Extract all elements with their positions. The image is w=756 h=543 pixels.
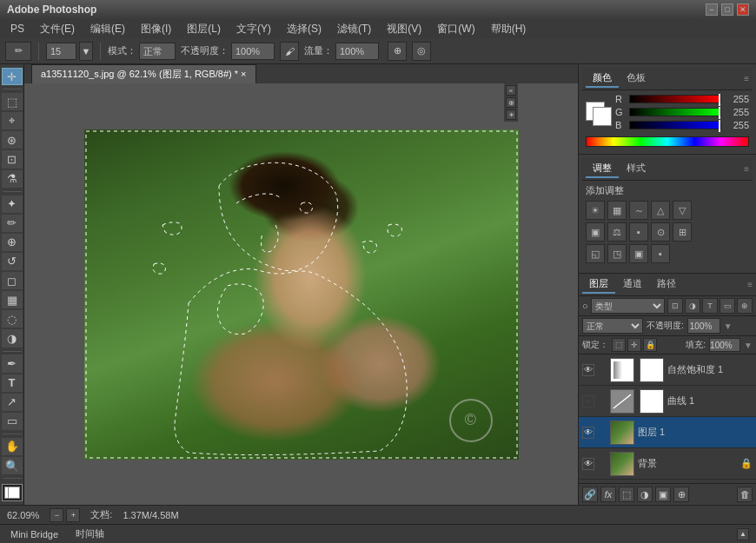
curves-adj-btn[interactable]: ～	[629, 201, 648, 220]
brush-option2-icon[interactable]: ◎	[412, 42, 431, 61]
new-adj-layer-btn[interactable]: ◑	[637, 487, 653, 502]
canvas-container[interactable]: ©	[24, 83, 578, 505]
bottom-expand-btn[interactable]: ▲	[737, 528, 749, 540]
minimize-button[interactable]: −	[706, 3, 718, 16]
blend-mode-select[interactable]: 正常	[582, 318, 643, 334]
b-slider[interactable]	[629, 121, 721, 129]
opacity-input[interactable]	[231, 43, 275, 60]
colorbalance-adj-btn[interactable]: ⚖	[607, 222, 627, 242]
layer-item-background[interactable]: 👁 背景 🔒	[579, 448, 756, 480]
swatch-tab[interactable]: 色板	[620, 70, 653, 88]
brush-size-input[interactable]	[46, 43, 76, 60]
layers-tab[interactable]: 图层	[582, 275, 615, 294]
opacity-dropdown[interactable]: ▼	[724, 321, 733, 331]
filter-adj-btn[interactable]: ◑	[685, 298, 700, 314]
invert-btn[interactable]: ◱	[586, 244, 605, 263]
foreground-color[interactable]	[2, 484, 23, 501]
layer-visibility-layer1[interactable]: 👁	[582, 427, 594, 439]
brush-size-dropdown[interactable]: ▼	[79, 42, 93, 61]
menu-edit[interactable]: 编辑(E)	[83, 20, 132, 38]
styles-tab[interactable]: 样式	[620, 160, 653, 178]
menu-type[interactable]: 文字(Y)	[229, 20, 278, 38]
eyedropper-tool[interactable]: ⚗	[2, 170, 23, 188]
g-slider[interactable]	[629, 108, 721, 116]
color-panel-menu[interactable]: ≡	[744, 74, 749, 83]
pen-tool[interactable]: ✒	[2, 354, 23, 372]
color-spectrum[interactable]	[586, 136, 749, 147]
brush-tool[interactable]: ✏	[2, 215, 23, 232]
menu-image[interactable]: 图像(I)	[134, 20, 178, 38]
exposure-adj-btn[interactable]: △	[651, 201, 670, 220]
history-brush-tool[interactable]: ↺	[2, 253, 23, 270]
background-swatch[interactable]	[593, 107, 612, 126]
layer-visibility-eye[interactable]: 👁	[582, 364, 594, 376]
filter-shape-btn[interactable]: ▭	[720, 298, 735, 314]
link-layers-btn[interactable]: 🔗	[582, 487, 598, 502]
threshold-btn[interactable]: ▣	[629, 244, 648, 263]
r-slider[interactable]	[629, 95, 721, 103]
layer-visibility-curves[interactable]: ○	[582, 395, 594, 407]
menu-select[interactable]: 选择(S)	[280, 20, 328, 38]
clone-stamp-tool[interactable]: ⊕	[2, 234, 23, 251]
filter-smart-btn[interactable]: ⊕	[737, 298, 753, 314]
menu-view[interactable]: 视图(V)	[380, 20, 428, 38]
eraser-tool[interactable]: ◻	[2, 272, 23, 289]
layer-visibility-bg[interactable]: 👁	[582, 458, 594, 470]
menu-window[interactable]: 窗口(W)	[430, 20, 481, 38]
lock-position-btn[interactable]: ✛	[627, 338, 641, 352]
mode-select[interactable]: 正常	[139, 43, 176, 60]
quick-select-tool[interactable]: ⊛	[2, 131, 23, 149]
add-mask-btn[interactable]: ⬚	[619, 487, 634, 502]
hsl-adj-btn[interactable]: ▣	[586, 222, 605, 242]
fg-bg-swatch[interactable]	[586, 102, 612, 126]
zoom-out-btn[interactable]: −	[50, 508, 63, 522]
bw-adj-btn[interactable]: ▪	[629, 222, 648, 242]
maximize-button[interactable]: □	[721, 3, 733, 16]
adjustments-tab[interactable]: 调整	[586, 160, 619, 178]
close-button[interactable]: ✕	[737, 3, 749, 16]
layer-fx-btn[interactable]: fx	[600, 487, 616, 502]
type-tool[interactable]: T	[2, 374, 23, 392]
crop-tool[interactable]: ⊡	[2, 150, 23, 168]
move-tool[interactable]: ✛	[2, 68, 23, 85]
levels-adj-btn[interactable]: ▦	[607, 201, 627, 220]
shape-tool[interactable]: ▭	[2, 413, 23, 430]
marquee-tool[interactable]: ⬚	[2, 93, 23, 110]
fill-dropdown[interactable]: ▼	[744, 341, 753, 350]
vibrance-adj-btn[interactable]: ▽	[673, 201, 692, 220]
lock-all-btn[interactable]: 🔒	[643, 338, 657, 352]
channels-tab[interactable]: 通道	[616, 275, 649, 294]
layer-item-curves[interactable]: ○ 曲线 1	[579, 386, 756, 417]
menu-filter[interactable]: 滤镜(T)	[330, 20, 378, 38]
path-select-tool[interactable]: ↗	[2, 394, 23, 411]
brush-pressure-icon[interactable]: ⊕	[388, 42, 407, 61]
opacity-input[interactable]	[687, 318, 720, 334]
mini-bridge-tab[interactable]: Mini Bridge	[7, 527, 62, 541]
brightness-adj-btn[interactable]: ☀	[586, 201, 605, 220]
photo-filter-btn[interactable]: ⊙	[651, 222, 670, 242]
adj-panel-menu[interactable]: ≡	[744, 164, 749, 174]
new-group-btn[interactable]: ▣	[655, 487, 671, 502]
menu-file[interactable]: 文件(E)	[33, 20, 82, 38]
spot-heal-tool[interactable]: ✦	[2, 195, 23, 213]
layer-item-vibrance[interactable]: 👁 自然饱和度 1	[579, 354, 756, 386]
timeline-tab[interactable]: 时间轴	[72, 526, 108, 542]
fill-input[interactable]	[709, 338, 740, 352]
channel-mixer-btn[interactable]: ⊞	[673, 222, 692, 242]
paths-tab[interactable]: 路径	[650, 275, 683, 294]
hand-tool[interactable]: ✋	[2, 438, 23, 455]
color-tab[interactable]: 颜色	[586, 70, 619, 88]
zoom-tool[interactable]: 🔍	[2, 457, 23, 474]
filter-type-btn[interactable]: T	[702, 298, 718, 314]
brush-preset-icon[interactable]: ✏	[5, 42, 31, 61]
document-tab[interactable]: a13511120_s.jpg @ 62.1% (图层 1, RGB/8#) *…	[31, 64, 256, 83]
lasso-tool[interactable]: ⌖	[2, 112, 23, 129]
layer-type-filter[interactable]: 类型	[591, 298, 665, 314]
zoom-in-btn[interactable]: +	[66, 508, 80, 522]
layers-panel-menu[interactable]: ≡	[747, 280, 753, 289]
dodge-tool[interactable]: ◑	[2, 329, 23, 347]
new-layer-btn[interactable]: ⊕	[673, 487, 689, 502]
airbrush-icon[interactable]: 🖌	[280, 42, 299, 61]
flow-input[interactable]	[335, 43, 379, 60]
gradient-tool[interactable]: ▦	[2, 291, 23, 308]
